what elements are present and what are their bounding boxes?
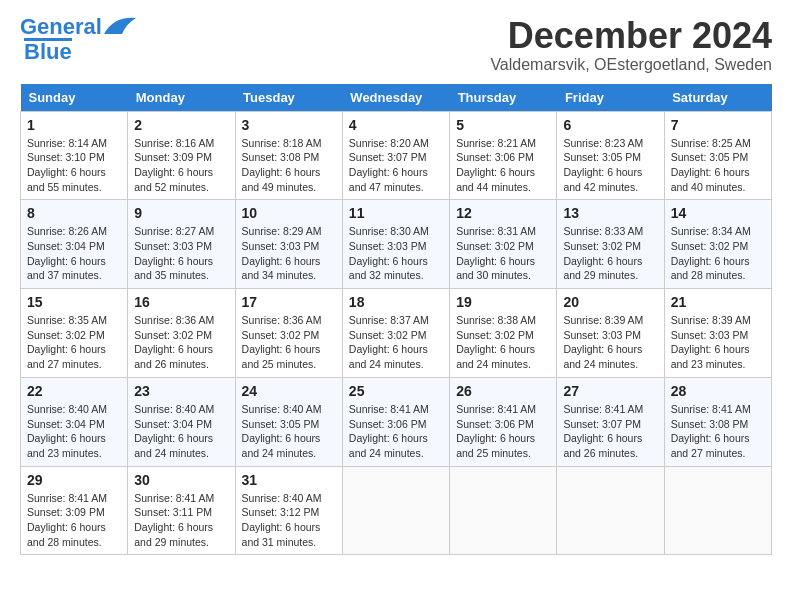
calendar-cell: 7 Sunrise: 8:25 AM Sunset: 3:05 PM Dayli… <box>664 111 771 200</box>
sunrise-text: Sunrise: 8:20 AM <box>349 136 443 151</box>
day-number: 26 <box>456 383 550 399</box>
day-number: 19 <box>456 294 550 310</box>
logo-blue: Blue <box>24 38 72 63</box>
sunrise-text: Sunrise: 8:21 AM <box>456 136 550 151</box>
calendar-cell: 3 Sunrise: 8:18 AM Sunset: 3:08 PM Dayli… <box>235 111 342 200</box>
calendar-cell: 13 Sunrise: 8:33 AM Sunset: 3:02 PM Dayl… <box>557 200 664 289</box>
sunrise-text: Sunrise: 8:39 AM <box>563 313 657 328</box>
day-number: 4 <box>349 117 443 133</box>
logo-wing-icon <box>104 16 136 34</box>
daylight-text: Daylight: 6 hours and 42 minutes. <box>563 165 657 194</box>
day-info: Sunrise: 8:41 AM Sunset: 3:06 PM Dayligh… <box>456 402 550 461</box>
day-number: 16 <box>134 294 228 310</box>
calendar-cell: 2 Sunrise: 8:16 AM Sunset: 3:09 PM Dayli… <box>128 111 235 200</box>
calendar-cell <box>557 466 664 555</box>
day-number: 23 <box>134 383 228 399</box>
calendar-cell: 25 Sunrise: 8:41 AM Sunset: 3:06 PM Dayl… <box>342 377 449 466</box>
day-info: Sunrise: 8:27 AM Sunset: 3:03 PM Dayligh… <box>134 224 228 283</box>
calendar-week-row: 8 Sunrise: 8:26 AM Sunset: 3:04 PM Dayli… <box>21 200 772 289</box>
day-number: 1 <box>27 117 121 133</box>
calendar-week-row: 22 Sunrise: 8:40 AM Sunset: 3:04 PM Dayl… <box>21 377 772 466</box>
day-number: 7 <box>671 117 765 133</box>
day-number: 14 <box>671 205 765 221</box>
day-info: Sunrise: 8:23 AM Sunset: 3:05 PM Dayligh… <box>563 136 657 195</box>
sunset-text: Sunset: 3:03 PM <box>134 239 228 254</box>
page-header: General Blue December 2024 Valdemarsvik,… <box>20 16 772 74</box>
day-info: Sunrise: 8:18 AM Sunset: 3:08 PM Dayligh… <box>242 136 336 195</box>
daylight-text: Daylight: 6 hours and 55 minutes. <box>27 165 121 194</box>
column-header-sunday: Sunday <box>21 84 128 112</box>
day-info: Sunrise: 8:26 AM Sunset: 3:04 PM Dayligh… <box>27 224 121 283</box>
day-number: 24 <box>242 383 336 399</box>
sunrise-text: Sunrise: 8:29 AM <box>242 224 336 239</box>
calendar-cell: 27 Sunrise: 8:41 AM Sunset: 3:07 PM Dayl… <box>557 377 664 466</box>
day-info: Sunrise: 8:31 AM Sunset: 3:02 PM Dayligh… <box>456 224 550 283</box>
page-subtitle: Valdemarsvik, OEstergoetland, Sweden <box>490 56 772 74</box>
daylight-text: Daylight: 6 hours and 28 minutes. <box>27 520 121 549</box>
sunrise-text: Sunrise: 8:35 AM <box>27 313 121 328</box>
daylight-text: Daylight: 6 hours and 24 minutes. <box>242 431 336 460</box>
day-info: Sunrise: 8:40 AM Sunset: 3:04 PM Dayligh… <box>134 402 228 461</box>
day-number: 18 <box>349 294 443 310</box>
calendar-week-row: 15 Sunrise: 8:35 AM Sunset: 3:02 PM Dayl… <box>21 289 772 378</box>
sunset-text: Sunset: 3:04 PM <box>134 417 228 432</box>
day-number: 3 <box>242 117 336 133</box>
calendar-cell: 4 Sunrise: 8:20 AM Sunset: 3:07 PM Dayli… <box>342 111 449 200</box>
column-header-thursday: Thursday <box>450 84 557 112</box>
sunrise-text: Sunrise: 8:33 AM <box>563 224 657 239</box>
sunrise-text: Sunrise: 8:38 AM <box>456 313 550 328</box>
daylight-text: Daylight: 6 hours and 25 minutes. <box>456 431 550 460</box>
title-area: December 2024 Valdemarsvik, OEstergoetla… <box>490 16 772 74</box>
sunrise-text: Sunrise: 8:27 AM <box>134 224 228 239</box>
daylight-text: Daylight: 6 hours and 25 minutes. <box>242 342 336 371</box>
sunset-text: Sunset: 3:03 PM <box>563 328 657 343</box>
daylight-text: Daylight: 6 hours and 44 minutes. <box>456 165 550 194</box>
sunset-text: Sunset: 3:02 PM <box>456 239 550 254</box>
sunrise-text: Sunrise: 8:40 AM <box>27 402 121 417</box>
day-number: 10 <box>242 205 336 221</box>
daylight-text: Daylight: 6 hours and 23 minutes. <box>671 342 765 371</box>
day-info: Sunrise: 8:35 AM Sunset: 3:02 PM Dayligh… <box>27 313 121 372</box>
day-info: Sunrise: 8:34 AM Sunset: 3:02 PM Dayligh… <box>671 224 765 283</box>
calendar-cell: 24 Sunrise: 8:40 AM Sunset: 3:05 PM Dayl… <box>235 377 342 466</box>
daylight-text: Daylight: 6 hours and 24 minutes. <box>563 342 657 371</box>
sunset-text: Sunset: 3:12 PM <box>242 505 336 520</box>
sunrise-text: Sunrise: 8:39 AM <box>671 313 765 328</box>
day-info: Sunrise: 8:39 AM Sunset: 3:03 PM Dayligh… <box>671 313 765 372</box>
day-info: Sunrise: 8:40 AM Sunset: 3:12 PM Dayligh… <box>242 491 336 550</box>
sunset-text: Sunset: 3:02 PM <box>134 328 228 343</box>
sunrise-text: Sunrise: 8:37 AM <box>349 313 443 328</box>
sunset-text: Sunset: 3:08 PM <box>671 417 765 432</box>
sunset-text: Sunset: 3:07 PM <box>349 150 443 165</box>
day-info: Sunrise: 8:30 AM Sunset: 3:03 PM Dayligh… <box>349 224 443 283</box>
sunrise-text: Sunrise: 8:40 AM <box>242 491 336 506</box>
logo: General Blue <box>20 16 136 63</box>
daylight-text: Daylight: 6 hours and 27 minutes. <box>27 342 121 371</box>
sunrise-text: Sunrise: 8:25 AM <box>671 136 765 151</box>
day-info: Sunrise: 8:38 AM Sunset: 3:02 PM Dayligh… <box>456 313 550 372</box>
calendar-week-row: 29 Sunrise: 8:41 AM Sunset: 3:09 PM Dayl… <box>21 466 772 555</box>
calendar-cell: 14 Sunrise: 8:34 AM Sunset: 3:02 PM Dayl… <box>664 200 771 289</box>
sunset-text: Sunset: 3:05 PM <box>242 417 336 432</box>
sunrise-text: Sunrise: 8:40 AM <box>134 402 228 417</box>
day-number: 2 <box>134 117 228 133</box>
calendar-cell <box>342 466 449 555</box>
column-header-tuesday: Tuesday <box>235 84 342 112</box>
calendar-cell: 10 Sunrise: 8:29 AM Sunset: 3:03 PM Dayl… <box>235 200 342 289</box>
daylight-text: Daylight: 6 hours and 26 minutes. <box>134 342 228 371</box>
sunset-text: Sunset: 3:06 PM <box>456 417 550 432</box>
calendar-table: SundayMondayTuesdayWednesdayThursdayFrid… <box>20 84 772 556</box>
sunrise-text: Sunrise: 8:30 AM <box>349 224 443 239</box>
calendar-cell: 19 Sunrise: 8:38 AM Sunset: 3:02 PM Dayl… <box>450 289 557 378</box>
day-number: 5 <box>456 117 550 133</box>
day-info: Sunrise: 8:41 AM Sunset: 3:11 PM Dayligh… <box>134 491 228 550</box>
sunset-text: Sunset: 3:09 PM <box>27 505 121 520</box>
day-info: Sunrise: 8:41 AM Sunset: 3:07 PM Dayligh… <box>563 402 657 461</box>
calendar-cell: 15 Sunrise: 8:35 AM Sunset: 3:02 PM Dayl… <box>21 289 128 378</box>
column-header-saturday: Saturday <box>664 84 771 112</box>
daylight-text: Daylight: 6 hours and 49 minutes. <box>242 165 336 194</box>
day-info: Sunrise: 8:36 AM Sunset: 3:02 PM Dayligh… <box>242 313 336 372</box>
day-number: 13 <box>563 205 657 221</box>
sunset-text: Sunset: 3:02 PM <box>671 239 765 254</box>
day-number: 29 <box>27 472 121 488</box>
